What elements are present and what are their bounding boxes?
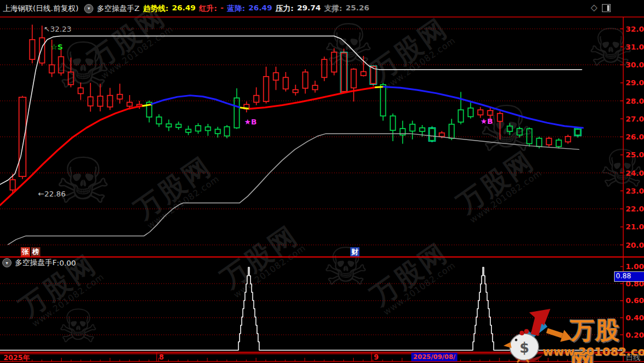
lower-band-line [8, 134, 579, 245]
trend-line-segment [143, 104, 151, 106]
y-axis-label: 31.00 [626, 43, 644, 51]
candle-body [254, 96, 259, 103]
candle-body [556, 140, 562, 146]
sub-y-axis-label: 0.40 [626, 313, 644, 322]
sub-y-axis-label: 1.00 [626, 262, 644, 271]
trend-line-segment [0, 106, 143, 206]
candle-body [88, 97, 93, 106]
candle-body [507, 126, 513, 131]
month-label-9: 9 [374, 353, 378, 361]
candle-body [176, 124, 181, 128]
sub-indicator-label: ▾ 多空操盘手F : 0.00 [2, 258, 76, 267]
price-annotation: ←22.86 [38, 190, 66, 198]
candle-body [361, 71, 366, 75]
candle-body [30, 40, 35, 59]
candle-body [547, 138, 552, 145]
candle-body [69, 72, 74, 85]
candle-body [468, 108, 473, 117]
candle-body [206, 127, 211, 130]
candle-body [283, 77, 289, 89]
candle-body [40, 38, 45, 63]
candle-body [420, 128, 425, 131]
indicator-values: 趋势线:26.49红升:-蓝降:26.49压力:29.74支撑:25.26 [143, 3, 373, 14]
y-axis-label: 26.00 [626, 133, 644, 141]
candle-body [118, 94, 123, 99]
candle-body [59, 56, 64, 73]
diamond-icon[interactable]: ◇ [590, 3, 597, 12]
candle-body [108, 96, 113, 107]
candle-body [215, 129, 221, 134]
candle-body [351, 69, 357, 88]
candle-body [498, 114, 503, 122]
indicator-collapse-icon[interactable]: ▾ [2, 258, 12, 267]
candle-body [264, 77, 269, 101]
header-field-label-2: 蓝降: [227, 3, 245, 14]
upper-band-line [0, 36, 582, 185]
candle-body [186, 129, 191, 132]
candle-body [234, 98, 240, 128]
y-axis-label: 32.00 [626, 25, 644, 33]
header-field-label-4: 支撑: [324, 3, 342, 14]
signal-marker: ★B [480, 117, 493, 126]
candle-body [517, 128, 522, 135]
candle-body [381, 85, 386, 116]
candle-body [332, 52, 337, 72]
y-axis-label: 23.00 [626, 187, 644, 195]
header-field-label-1: 红升: [199, 3, 217, 14]
candle-body [78, 88, 84, 94]
y-axis-label: 28.00 [626, 97, 644, 105]
candle-body [566, 137, 571, 142]
sub-y-axis-label: 0.20 [626, 331, 644, 339]
candle-body [10, 180, 16, 190]
sub-indicator-value: 0.00 [59, 259, 76, 267]
candle-body [342, 53, 347, 92]
header-field-value-0: 26.49 [172, 3, 195, 14]
candle-body [322, 59, 327, 77]
panel-layout-icon[interactable] [602, 4, 611, 12]
app-window: 万股网www.201082.com万股网www.201082.com万股网www… [0, 0, 644, 363]
indicator-name: 多空操盘手Z [97, 3, 139, 14]
candle-body [488, 111, 493, 115]
candle-body [196, 126, 201, 131]
cursor-date-box: 2025/09/08/— [411, 353, 457, 361]
trend-line-segment [376, 87, 384, 88]
candle-body [50, 65, 55, 73]
quick-badge-张[interactable]: 张 [21, 247, 30, 256]
indicator-collapse-icon[interactable]: ▾ [84, 4, 93, 13]
y-axis-label: 21.00 [626, 222, 644, 231]
candle-body [391, 116, 396, 130]
price-annotation: ↖32.23 [44, 25, 71, 33]
year-label: 2025年 [3, 353, 29, 363]
y-axis-label: 20.00 [626, 241, 644, 249]
candle-body [478, 110, 483, 115]
header-field-label-3: 压力: [275, 3, 293, 14]
header-field-value-4: 25.26 [346, 3, 369, 14]
trend-line-segment [151, 96, 241, 108]
last-value-box: 0.88 [614, 271, 644, 282]
period-label[interactable]: 日线 [626, 353, 641, 363]
chart-canvas[interactable]: 32.0031.0030.0029.0028.0027.0026.0025.00… [0, 0, 644, 363]
y-axis-label: 25.00 [626, 150, 644, 159]
header-field-value-1: - [221, 3, 223, 14]
trend-line-segment [241, 108, 249, 109]
y-axis-label: 30.00 [626, 60, 644, 69]
y-axis-label: 29.00 [626, 78, 644, 87]
signal-marker: ★B [244, 118, 257, 126]
title-bar: 上海钢联(日线.前复权) ▾ 多空操盘手Z 趋势线:26.49红升:-蓝降:26… [0, 0, 644, 17]
header-field-value-3: 29.74 [297, 3, 321, 14]
signal-marker: ☆S [51, 43, 63, 51]
y-axis-label: 27.00 [626, 115, 644, 123]
candle-body [166, 124, 172, 127]
candle-body [98, 96, 103, 107]
candle-body [527, 128, 532, 143]
candle-body [274, 73, 279, 80]
header-field-label-0: 趋势线: [143, 3, 168, 14]
candle-body [440, 133, 445, 137]
quick-badge-榜[interactable]: 榜 [31, 247, 40, 256]
candle-body [449, 124, 454, 138]
month-label-8: 8 [159, 353, 164, 361]
candle-body [400, 128, 406, 135]
y-axis-label: 22.00 [626, 205, 644, 213]
candle-body [430, 128, 435, 141]
quick-badge-财[interactable]: 财 [350, 247, 359, 256]
